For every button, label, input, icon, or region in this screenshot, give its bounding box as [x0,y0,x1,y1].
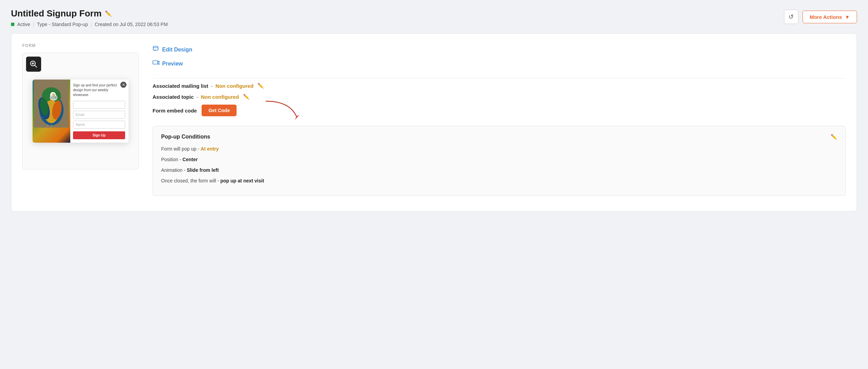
header-right: ↺ More Actions ▼ [784,10,857,24]
closed-condition: Once closed, the form will - pop up at n… [161,177,837,184]
arrow-indicator [262,98,303,125]
get-code-button[interactable]: Get Code [202,105,237,116]
animation-label: Animation [161,167,182,173]
topic-edit-icon[interactable]: ✏️ [243,94,250,100]
left-panel: FORM ✕ [22,43,139,202]
mailing-list-value: Non configured [216,83,254,89]
closed-value: pop up at next visit [220,178,264,183]
popup-time-condition: Form will pop up - At entry [161,145,837,153]
popup-email-display: Email [73,111,125,119]
position-value: Center [182,157,197,162]
mailing-list-edit-icon[interactable]: ✏️ [257,83,264,89]
svg-rect-28 [153,61,158,64]
created-date: Created on Jul 05, 2022 06:53 PM [95,22,168,27]
edit-design-link[interactable]: Edit Design [153,43,846,56]
popup-time-label: Form will pop up [161,146,196,152]
meta-row: Active | Type - Standard Pop-up | Create… [11,22,168,27]
popup-time-value: At entry [201,146,219,152]
popup-close-icon: ✕ [120,82,126,88]
divider-1 [153,78,846,79]
more-actions-label: More Actions [810,14,842,20]
popup-preview: ✕ [33,80,129,143]
refresh-button[interactable]: ↺ [784,10,798,24]
parrot-image [33,80,70,143]
meta-divider-1: | [33,22,34,27]
edit-title-icon[interactable]: ✏️ [105,10,112,17]
conditions-title-row: Pop-up Conditions ✏️ [161,134,837,140]
popup-signup-button: Sign Up [73,131,125,139]
popup-right-content: Sign up and find your perfect design fro… [70,80,129,143]
embed-label: Form embed code [153,108,197,114]
edit-design-icon [153,45,159,54]
position-condition: Position - Center [161,156,837,163]
right-panel: Edit Design Preview Associated mailing l… [153,43,846,202]
more-actions-button[interactable]: More Actions ▼ [803,11,857,23]
animation-condition: Animation - Slide from left [161,167,837,174]
form-type: Type - Standard Pop-up [37,22,88,27]
conditions-edit-icon[interactable]: ✏️ [831,134,837,140]
preview-label: Preview [162,61,183,67]
svg-line-1 [35,66,37,68]
form-section-label: FORM [22,43,139,48]
zoom-button[interactable] [26,57,41,72]
conditions-title: Pop-up Conditions [161,134,210,140]
status-label: Active [17,22,30,27]
svg-point-14 [50,94,57,101]
main-card: FORM ✕ [11,33,857,212]
form-preview-container: ✕ [22,53,139,169]
popup-inner: Sign up and find your perfect design fro… [33,80,129,143]
preview-icon [153,59,159,68]
title-row: Untitled Signup Form ✏️ [11,8,168,19]
page-title: Untitled Signup Form [11,8,101,19]
preview-link[interactable]: Preview [153,57,846,70]
meta-divider-2: | [91,22,92,27]
topic-value: Non configured [201,94,239,100]
position-label: Position [161,157,178,162]
popup-tagline: Sign up and find your perfect design fro… [73,83,125,97]
topic-row: Associated topic - Non configured ✏️ [153,94,846,100]
mailing-list-row: Associated mailing list - Non configured… [153,83,846,89]
mailing-list-label: Associated mailing list [153,83,208,89]
edit-design-label: Edit Design [162,47,192,53]
embed-row: Form embed code Get Code [153,105,846,116]
active-status-dot [11,23,14,26]
page-header: Untitled Signup Form ✏️ Active | Type - … [11,8,857,27]
animation-value: Slide from left [187,167,219,173]
chevron-down-icon: ▼ [845,14,850,20]
popup-email-input [73,101,125,109]
closed-label: Once closed, the form will [161,178,216,183]
svg-marker-32 [295,115,299,120]
header-left: Untitled Signup Form ✏️ Active | Type - … [11,8,168,27]
topic-label: Associated topic [153,94,194,100]
popup-name-display: Name [73,121,125,129]
conditions-box: Pop-up Conditions ✏️ Form will pop up - … [153,126,846,196]
svg-rect-25 [153,46,158,50]
